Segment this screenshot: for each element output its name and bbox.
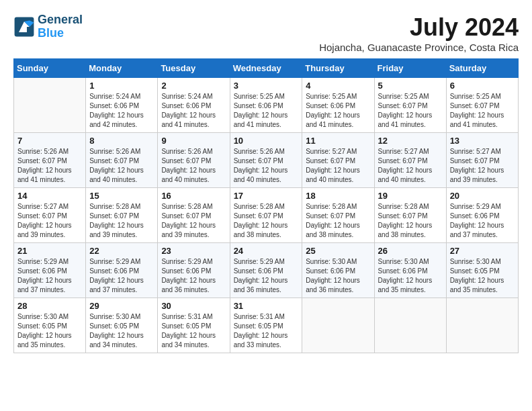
day-info: Sunrise: 5:31 AMSunset: 6:05 PMDaylight:…	[234, 312, 299, 350]
calendar-cell: 7Sunrise: 5:26 AMSunset: 6:07 PMDaylight…	[14, 133, 86, 188]
calendar-cell: 11Sunrise: 5:27 AMSunset: 6:07 PMDayligh…	[302, 133, 374, 188]
day-info: Sunrise: 5:29 AMSunset: 6:06 PMDaylight:…	[17, 257, 82, 295]
day-info: Sunrise: 5:31 AMSunset: 6:05 PMDaylight:…	[161, 312, 226, 350]
calendar-cell: 28Sunrise: 5:30 AMSunset: 6:05 PMDayligh…	[14, 298, 86, 353]
day-number: 1	[89, 81, 154, 91]
day-number: 25	[306, 246, 370, 256]
header-row: Sunday Monday Tuesday Wednesday Thursday…	[14, 59, 519, 78]
logo-line1: General	[38, 13, 83, 27]
col-saturday: Saturday	[446, 59, 518, 78]
day-info: Sunrise: 5:27 AMSunset: 6:07 PMDaylight:…	[378, 147, 443, 185]
calendar-week-3: 14Sunrise: 5:27 AMSunset: 6:07 PMDayligh…	[14, 188, 519, 243]
calendar-table: Sunday Monday Tuesday Wednesday Thursday…	[13, 58, 519, 353]
day-info: Sunrise: 5:28 AMSunset: 6:07 PMDaylight:…	[89, 202, 154, 240]
logo: General Blue	[13, 13, 83, 40]
day-number: 8	[89, 136, 154, 146]
col-friday: Friday	[374, 59, 446, 78]
calendar-cell: 17Sunrise: 5:28 AMSunset: 6:07 PMDayligh…	[230, 188, 302, 243]
day-number: 13	[450, 136, 515, 146]
calendar-cell: 6Sunrise: 5:25 AMSunset: 6:07 PMDaylight…	[446, 78, 518, 133]
calendar-cell: 25Sunrise: 5:30 AMSunset: 6:06 PMDayligh…	[302, 243, 374, 298]
day-number: 14	[17, 191, 82, 201]
calendar-week-5: 28Sunrise: 5:30 AMSunset: 6:05 PMDayligh…	[14, 298, 519, 353]
logo-line2: Blue	[38, 26, 64, 40]
day-info: Sunrise: 5:30 AMSunset: 6:06 PMDaylight:…	[378, 257, 443, 295]
calendar-cell: 22Sunrise: 5:29 AMSunset: 6:06 PMDayligh…	[86, 243, 158, 298]
day-number: 24	[234, 246, 299, 256]
day-info: Sunrise: 5:30 AMSunset: 6:05 PMDaylight:…	[17, 312, 82, 350]
day-number: 30	[161, 301, 226, 311]
page-header: General Blue July 2024 Hojancha, Guanaca…	[13, 13, 519, 53]
calendar-cell: 9Sunrise: 5:26 AMSunset: 6:07 PMDaylight…	[158, 133, 230, 188]
day-info: Sunrise: 5:29 AMSunset: 6:06 PMDaylight:…	[450, 202, 515, 240]
calendar-cell	[446, 298, 518, 353]
calendar-cell: 19Sunrise: 5:28 AMSunset: 6:07 PMDayligh…	[374, 188, 446, 243]
calendar-body: 1Sunrise: 5:24 AMSunset: 6:06 PMDaylight…	[14, 78, 519, 353]
day-number: 29	[89, 301, 154, 311]
day-info: Sunrise: 5:25 AMSunset: 6:07 PMDaylight:…	[378, 92, 443, 130]
day-number: 21	[17, 246, 82, 256]
calendar-cell: 13Sunrise: 5:27 AMSunset: 6:07 PMDayligh…	[446, 133, 518, 188]
day-number: 26	[378, 246, 443, 256]
day-info: Sunrise: 5:28 AMSunset: 6:07 PMDaylight:…	[161, 202, 226, 240]
calendar-cell: 20Sunrise: 5:29 AMSunset: 6:06 PMDayligh…	[446, 188, 518, 243]
day-number: 28	[17, 301, 82, 311]
day-number: 7	[17, 136, 82, 146]
day-number: 5	[378, 81, 443, 91]
calendar-cell: 4Sunrise: 5:25 AMSunset: 6:06 PMDaylight…	[302, 78, 374, 133]
day-info: Sunrise: 5:26 AMSunset: 6:07 PMDaylight:…	[89, 147, 154, 185]
day-number: 2	[161, 81, 226, 91]
day-number: 15	[89, 191, 154, 201]
day-info: Sunrise: 5:24 AMSunset: 6:06 PMDaylight:…	[89, 92, 154, 130]
day-number: 17	[234, 191, 299, 201]
day-number: 6	[450, 81, 515, 91]
calendar-cell: 2Sunrise: 5:24 AMSunset: 6:06 PMDaylight…	[158, 78, 230, 133]
day-info: Sunrise: 5:30 AMSunset: 6:05 PMDaylight:…	[89, 312, 154, 350]
day-number: 23	[161, 246, 226, 256]
calendar-cell	[374, 298, 446, 353]
day-info: Sunrise: 5:29 AMSunset: 6:06 PMDaylight:…	[161, 257, 226, 295]
day-info: Sunrise: 5:27 AMSunset: 6:07 PMDaylight:…	[17, 202, 82, 240]
calendar-cell: 30Sunrise: 5:31 AMSunset: 6:05 PMDayligh…	[158, 298, 230, 353]
calendar-cell: 18Sunrise: 5:28 AMSunset: 6:07 PMDayligh…	[302, 188, 374, 243]
day-number: 9	[161, 136, 226, 146]
logo-icon	[13, 16, 35, 38]
calendar-cell: 12Sunrise: 5:27 AMSunset: 6:07 PMDayligh…	[374, 133, 446, 188]
calendar-cell	[14, 78, 86, 133]
day-info: Sunrise: 5:28 AMSunset: 6:07 PMDaylight:…	[378, 202, 443, 240]
col-thursday: Thursday	[302, 59, 374, 78]
day-number: 18	[306, 191, 370, 201]
day-number: 16	[161, 191, 226, 201]
day-info: Sunrise: 5:26 AMSunset: 6:07 PMDaylight:…	[161, 147, 226, 185]
day-info: Sunrise: 5:25 AMSunset: 6:07 PMDaylight:…	[450, 92, 515, 130]
calendar-cell: 3Sunrise: 5:25 AMSunset: 6:06 PMDaylight…	[230, 78, 302, 133]
calendar-cell: 23Sunrise: 5:29 AMSunset: 6:06 PMDayligh…	[158, 243, 230, 298]
day-number: 22	[89, 246, 154, 256]
col-sunday: Sunday	[14, 59, 86, 78]
title-block: July 2024 Hojancha, Guanacaste Province,…	[319, 13, 519, 53]
day-info: Sunrise: 5:26 AMSunset: 6:07 PMDaylight:…	[17, 147, 82, 185]
day-info: Sunrise: 5:30 AMSunset: 6:05 PMDaylight:…	[450, 257, 515, 295]
calendar-cell: 1Sunrise: 5:24 AMSunset: 6:06 PMDaylight…	[86, 78, 158, 133]
day-number: 31	[234, 301, 299, 311]
day-number: 3	[234, 81, 299, 91]
calendar-cell: 16Sunrise: 5:28 AMSunset: 6:07 PMDayligh…	[158, 188, 230, 243]
day-info: Sunrise: 5:30 AMSunset: 6:06 PMDaylight:…	[306, 257, 370, 295]
day-info: Sunrise: 5:25 AMSunset: 6:06 PMDaylight:…	[234, 92, 299, 130]
col-wednesday: Wednesday	[230, 59, 302, 78]
calendar-cell: 24Sunrise: 5:29 AMSunset: 6:06 PMDayligh…	[230, 243, 302, 298]
day-info: Sunrise: 5:24 AMSunset: 6:06 PMDaylight:…	[161, 92, 226, 130]
location: Hojancha, Guanacaste Province, Costa Ric…	[319, 42, 519, 53]
col-tuesday: Tuesday	[158, 59, 230, 78]
calendar-cell: 14Sunrise: 5:27 AMSunset: 6:07 PMDayligh…	[14, 188, 86, 243]
calendar-cell: 15Sunrise: 5:28 AMSunset: 6:07 PMDayligh…	[86, 188, 158, 243]
logo-text: General Blue	[38, 13, 83, 40]
calendar-cell: 21Sunrise: 5:29 AMSunset: 6:06 PMDayligh…	[14, 243, 86, 298]
day-info: Sunrise: 5:25 AMSunset: 6:06 PMDaylight:…	[306, 92, 370, 130]
calendar-cell: 10Sunrise: 5:26 AMSunset: 6:07 PMDayligh…	[230, 133, 302, 188]
calendar-header: Sunday Monday Tuesday Wednesday Thursday…	[14, 59, 519, 78]
calendar-cell: 27Sunrise: 5:30 AMSunset: 6:05 PMDayligh…	[446, 243, 518, 298]
calendar-cell	[302, 298, 374, 353]
calendar-week-1: 1Sunrise: 5:24 AMSunset: 6:06 PMDaylight…	[14, 78, 519, 133]
day-number: 11	[306, 136, 370, 146]
